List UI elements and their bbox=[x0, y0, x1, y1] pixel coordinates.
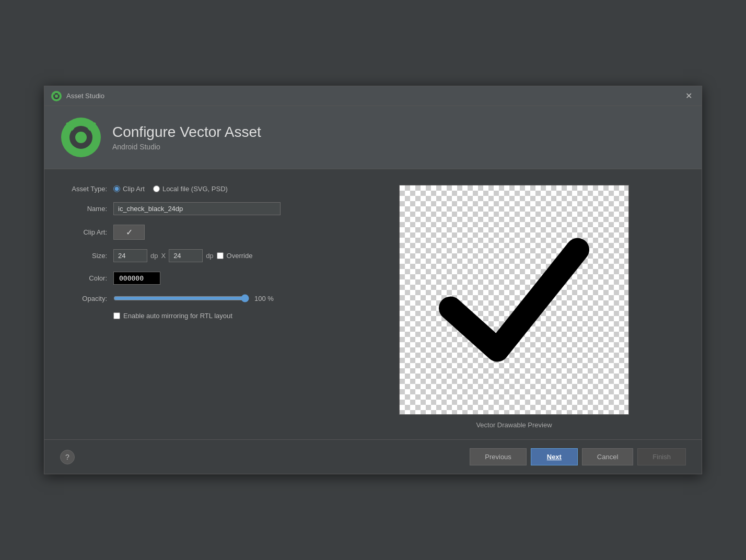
size-unit-height: dp bbox=[206, 252, 213, 260]
app-icon bbox=[51, 90, 62, 102]
dialog: Asset Studio ✕ Configure Vector Asset An… bbox=[44, 86, 702, 474]
finish-button[interactable]: Finish bbox=[637, 448, 686, 465]
size-controls: dp X dp Override bbox=[113, 249, 321, 262]
opacity-label: Opacity: bbox=[60, 295, 107, 302]
name-label: Name: bbox=[60, 205, 107, 213]
preview-image bbox=[400, 185, 628, 414]
svg-point-2 bbox=[55, 95, 58, 98]
size-row: Size: dp X dp Override bbox=[60, 249, 321, 262]
svg-point-11 bbox=[85, 129, 89, 133]
preview-canvas bbox=[399, 185, 629, 415]
asset-type-label: Asset Type: bbox=[60, 185, 107, 193]
titlebar-left: Asset Studio bbox=[51, 90, 104, 102]
svg-point-7 bbox=[75, 132, 87, 143]
previous-button[interactable]: Previous bbox=[470, 448, 527, 465]
color-row: Color: 000000 bbox=[60, 272, 321, 285]
size-unit-width: dp bbox=[150, 252, 158, 260]
override-checkbox[interactable] bbox=[217, 252, 224, 259]
next-button[interactable]: Next bbox=[531, 448, 578, 465]
cancel-button[interactable]: Cancel bbox=[582, 448, 633, 465]
header-title: Configure Vector Asset bbox=[112, 124, 261, 141]
svg-point-10 bbox=[73, 129, 77, 133]
rtl-checkbox-item[interactable]: Enable auto mirroring for RTL layout bbox=[113, 312, 232, 320]
close-button[interactable]: ✕ bbox=[682, 91, 695, 101]
preview-label: Vector Drawable Preview bbox=[476, 421, 552, 429]
titlebar: Asset Studio ✕ bbox=[44, 86, 702, 106]
help-button[interactable]: ? bbox=[60, 450, 75, 464]
clip-art-radio-item[interactable]: Clip Art bbox=[113, 185, 145, 193]
clip-art-label: Clip Art: bbox=[60, 228, 107, 236]
name-controls bbox=[113, 202, 321, 215]
override-checkbox-item[interactable]: Override bbox=[217, 252, 253, 260]
clip-art-radio[interactable] bbox=[113, 185, 120, 192]
local-file-radio-label: Local file (SVG, PSD) bbox=[162, 185, 228, 193]
size-label: Size: bbox=[60, 252, 107, 260]
color-label: Color: bbox=[60, 274, 107, 282]
override-label: Override bbox=[227, 252, 253, 260]
rtl-checkbox[interactable] bbox=[113, 312, 120, 319]
footer-right: Previous Next Cancel Finish bbox=[470, 448, 686, 465]
footer: ? Previous Next Cancel Finish bbox=[44, 439, 702, 474]
titlebar-title: Asset Studio bbox=[66, 92, 104, 100]
form-section: Asset Type: Clip Art Local file (SVG, PS… bbox=[60, 185, 321, 429]
asset-type-row: Asset Type: Clip Art Local file (SVG, PS… bbox=[60, 185, 321, 193]
opacity-row: Opacity: 100 % bbox=[60, 294, 321, 302]
rtl-row: Enable auto mirroring for RTL layout bbox=[113, 312, 321, 320]
opacity-slider[interactable] bbox=[113, 294, 249, 302]
header-section: Configure Vector Asset Android Studio bbox=[44, 106, 702, 169]
opacity-controls: 100 % bbox=[113, 294, 321, 302]
clip-art-radio-label: Clip Art bbox=[123, 185, 145, 193]
footer-left: ? bbox=[60, 450, 75, 464]
size-height-input[interactable] bbox=[169, 249, 203, 262]
local-file-radio[interactable] bbox=[153, 185, 160, 192]
header-text: Configure Vector Asset Android Studio bbox=[112, 124, 261, 151]
size-width-input[interactable] bbox=[113, 249, 147, 262]
name-input[interactable] bbox=[113, 202, 281, 215]
name-row: Name: bbox=[60, 202, 321, 215]
header-subtitle: Android Studio bbox=[112, 143, 261, 151]
color-controls: 000000 bbox=[113, 272, 321, 285]
size-separator: X bbox=[161, 252, 166, 260]
android-studio-logo bbox=[60, 116, 102, 158]
clip-art-button[interactable]: ✓ bbox=[113, 225, 145, 240]
opacity-value: 100 % bbox=[254, 295, 274, 302]
main-content: Asset Type: Clip Art Local file (SVG, PS… bbox=[44, 169, 702, 439]
local-file-radio-item[interactable]: Local file (SVG, PSD) bbox=[153, 185, 228, 193]
clip-art-controls: ✓ bbox=[113, 225, 321, 240]
preview-section: Vector Drawable Preview bbox=[342, 185, 686, 429]
clip-art-row: Clip Art: ✓ bbox=[60, 225, 321, 240]
rtl-label: Enable auto mirroring for RTL layout bbox=[123, 312, 232, 320]
color-swatch[interactable]: 000000 bbox=[113, 272, 160, 285]
asset-type-controls: Clip Art Local file (SVG, PSD) bbox=[113, 185, 321, 193]
